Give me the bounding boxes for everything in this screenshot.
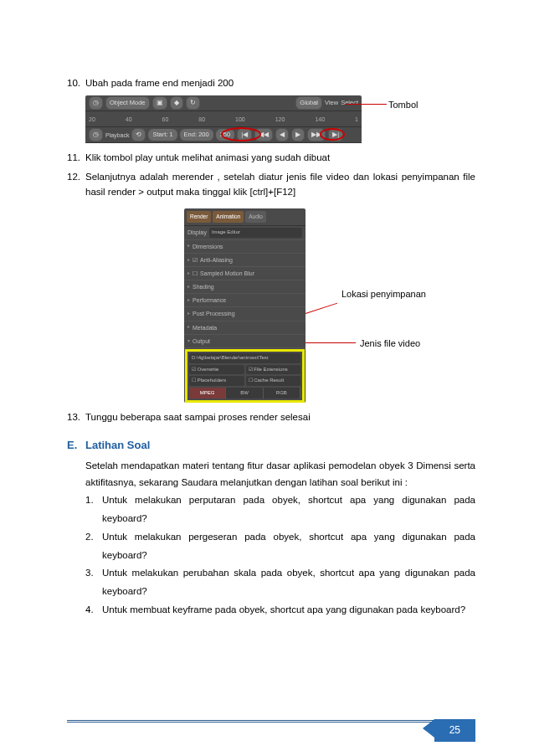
view-menu: View (325, 98, 338, 108)
question-number: 4. (85, 601, 102, 620)
post-processing-row: ▸Post Processing (184, 307, 306, 321)
annotation-jenis: Jenis file video (360, 337, 420, 352)
clock-icon: ◷ (89, 128, 103, 141)
clock-icon: ◷ (89, 96, 103, 110)
tick: 100 (235, 115, 245, 124)
object-mode-dropdown: Object Mode (105, 96, 150, 110)
end-field: End: 200 (180, 129, 213, 141)
placeholders-check: ☐ Placeholders (189, 376, 244, 386)
tick: 60 (162, 115, 169, 124)
footer-rule (67, 720, 475, 723)
annotation-line-lokasi (306, 302, 337, 313)
document-body: 10. Ubah pada frame end menjadi 200 ◷ Ob… (67, 75, 475, 620)
performance-row: ▸Performance (184, 294, 306, 307)
step-10: 10. Ubah pada frame end menjadi 200 (67, 75, 475, 90)
section-heading: E. Latihan Soal (67, 437, 475, 455)
output-path: D:\4g\belajar\Blender\animasi\Test (189, 353, 300, 363)
render-figure: Render Animation Audio Display Image Edi… (184, 208, 435, 404)
frame-field: 250 (216, 129, 235, 141)
step-text: Selanjutnya adalah merender , setelah di… (85, 169, 475, 200)
page-footer: 25 (67, 720, 475, 723)
timeline-top-row: ◷ Object Mode ▣ ◆ ↻ Global View Select (85, 95, 362, 111)
blender-timeline-panel: ◷ Object Mode ▣ ◆ ↻ Global View Select 2… (85, 95, 362, 143)
section-title: Latihan Soal (85, 437, 150, 455)
toolbar-icon: ▣ (152, 96, 167, 110)
blender-render-panel: Render Animation Audio Display Image Edi… (184, 208, 306, 404)
tick: 140 (315, 115, 325, 124)
start-field: Start: 1 (148, 129, 177, 141)
question-number: 3. (85, 564, 102, 601)
question-text: Untuk membuat keyframe pada obyek, short… (102, 601, 475, 620)
step-13: 13. Tunggu beberapa saat sampai proses r… (67, 409, 475, 424)
step-11: 11. Klik tombol play untuk melihat anima… (67, 150, 475, 165)
question-text: Untuk melakukan perputaran pada obyek, s… (102, 491, 475, 528)
step-12: 12. Selanjutnya adalah merender , setela… (67, 169, 475, 200)
timeline-ticks: 20 40 60 80 100 120 140 1 (89, 115, 358, 124)
bw-tab: BW (226, 388, 263, 399)
question-text: Untuk melakukan pergeseran pada obyek, s… (102, 528, 475, 565)
section-intro: Setelah mendapatkan materi tentang fitur… (85, 457, 475, 491)
tick: 1 (355, 115, 358, 124)
render-buttons-row: Render Animation Audio (184, 208, 306, 226)
display-row: Display Image Editor (184, 226, 306, 240)
display-label: Display (187, 228, 207, 237)
question-1: 1. Untuk melakukan perputaran pada obyek… (85, 491, 475, 528)
tick: 80 (198, 115, 205, 124)
question-3: 3. Untuk melakukan perubahan skala pada … (85, 564, 475, 601)
jump-start-icon: |◀ (237, 128, 252, 141)
render-button: Render (187, 211, 211, 223)
play-back-icon: ◀ (275, 128, 289, 141)
annotation-lokasi: Lokasi penyimpanan (341, 288, 426, 300)
prev-key-icon: ◀◀ (254, 128, 273, 141)
step-number: 13. (67, 409, 85, 424)
dimensions-row: ▸Dimensions (184, 240, 306, 254)
tick: 120 (275, 115, 285, 124)
question-number: 1. (85, 491, 102, 528)
question-text: Untuk melakukan perubahan skala pada oby… (102, 564, 475, 601)
sync-icon: ⟲ (131, 128, 146, 141)
overwrite-check: ☑ Overwrite (189, 365, 244, 375)
tick: 20 (89, 115, 95, 124)
tick: 40 (126, 115, 132, 124)
cache-check: ☐ Cache Result (246, 376, 301, 386)
shading-row: ▸Shading (184, 280, 306, 294)
page-number-badge: 25 (434, 719, 475, 742)
step-text: Klik tombol play untuk melihat animasi y… (85, 150, 475, 165)
step-number: 11. (67, 150, 85, 165)
timeline-ruler-row: 20 40 60 80 100 120 140 1 (85, 111, 362, 127)
output-header: ▾Output (184, 335, 306, 348)
question-4: 4. Untuk membuat keyframe pada obyek, sh… (85, 601, 475, 620)
section-letter: E. (67, 437, 85, 455)
next-key-icon: ▶▶ (307, 128, 326, 141)
playback-label: Playback (105, 131, 129, 140)
anti-aliasing-row: ▸☑Anti-Aliasing (184, 254, 306, 267)
fileext-check: ☑ File Extensions (246, 365, 301, 375)
output-format-tabs: MPEG BW RGB (189, 388, 300, 399)
question-number: 2. (85, 528, 102, 565)
global-dropdown: Global (295, 96, 322, 110)
step-text: Ubah pada frame end menjadi 200 (85, 75, 475, 90)
mpeg-tab: MPEG (189, 388, 226, 399)
metadata-row: ▸Metadata (184, 321, 306, 335)
annotation-tombol: Tombol (388, 98, 418, 113)
output-section-highlighted: D:\4g\belajar\Blender\animasi\Test ☑ Ove… (185, 349, 305, 403)
animation-button: Animation (213, 211, 244, 223)
display-value: Image Editor (209, 228, 302, 238)
toolbar-icon: ◆ (170, 96, 183, 110)
motion-blur-row: ▸☐Sampled Motion Blur (184, 267, 306, 280)
select-menu: Select (341, 98, 358, 108)
step-number: 10. (67, 75, 85, 90)
audio-button: Audio (245, 211, 266, 223)
jump-end-icon: ▶| (328, 128, 343, 141)
play-icon: ▶ (291, 128, 305, 141)
timeline-bottom-row: ◷ Playback ⟲ Start: 1 End: 200 250 |◀ ◀◀… (85, 127, 362, 143)
toolbar-icon: ↻ (186, 96, 200, 110)
rgb-tab: RGB (264, 388, 300, 399)
question-2: 2. Untuk melakukan pergeseran pada obyek… (85, 528, 475, 565)
timeline-figure: ◷ Object Mode ▣ ◆ ↻ Global View Select 2… (85, 95, 475, 143)
annotation-line-jenis (306, 342, 356, 343)
step-text: Tunggu beberapa saat sampai proses rende… (85, 409, 475, 424)
step-number: 12. (67, 169, 85, 200)
